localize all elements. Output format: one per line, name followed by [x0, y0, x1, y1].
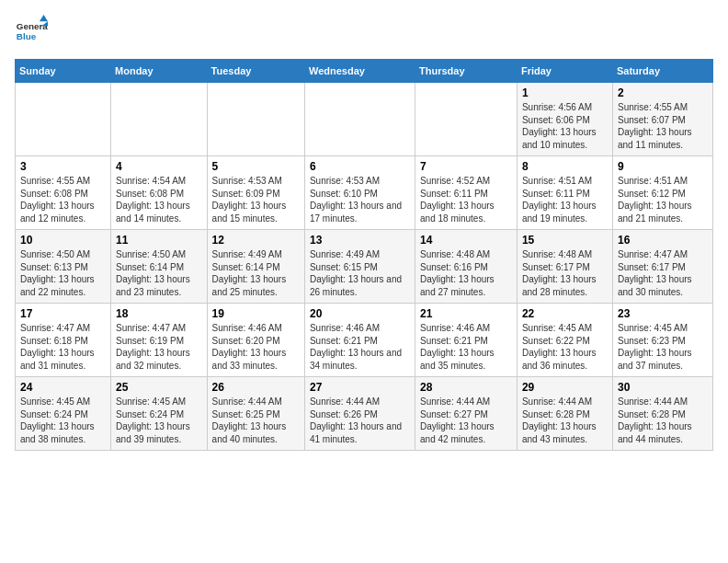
- day-info: Sunrise: 4:46 AM Sunset: 6:21 PM Dayligh…: [310, 322, 410, 372]
- day-info: Sunrise: 4:44 AM Sunset: 6:27 PM Dayligh…: [420, 396, 512, 445]
- day-number: 17: [20, 307, 106, 320]
- column-header-friday: Friday: [517, 60, 612, 83]
- day-cell: 27Sunrise: 4:44 AM Sunset: 6:26 PM Dayli…: [304, 377, 415, 451]
- day-number: 1: [522, 86, 608, 99]
- day-cell: 10Sunrise: 4:50 AM Sunset: 6:13 PM Dayli…: [16, 230, 111, 304]
- day-info: Sunrise: 4:56 AM Sunset: 6:06 PM Dayligh…: [522, 101, 608, 151]
- day-number: 8: [522, 160, 608, 173]
- day-cell: 2Sunrise: 4:55 AM Sunset: 6:07 PM Daylig…: [612, 83, 712, 156]
- day-info: Sunrise: 4:55 AM Sunset: 6:07 PM Dayligh…: [618, 101, 708, 151]
- day-number: 6: [310, 160, 410, 173]
- day-info: Sunrise: 4:55 AM Sunset: 6:08 PM Dayligh…: [20, 175, 106, 224]
- week-row-3: 10Sunrise: 4:50 AM Sunset: 6:13 PM Dayli…: [16, 230, 713, 304]
- day-number: 15: [522, 234, 608, 247]
- day-cell: [207, 83, 304, 156]
- day-info: Sunrise: 4:53 AM Sunset: 6:10 PM Dayligh…: [310, 175, 410, 224]
- week-row-5: 24Sunrise: 4:45 AM Sunset: 6:24 PM Dayli…: [16, 377, 713, 451]
- day-cell: 21Sunrise: 4:46 AM Sunset: 6:21 PM Dayli…: [415, 304, 518, 377]
- day-number: 4: [116, 160, 202, 173]
- day-info: Sunrise: 4:45 AM Sunset: 6:23 PM Dayligh…: [618, 322, 708, 372]
- day-cell: 14Sunrise: 4:48 AM Sunset: 6:16 PM Dayli…: [415, 230, 518, 304]
- day-info: Sunrise: 4:52 AM Sunset: 6:11 PM Dayligh…: [420, 175, 512, 224]
- logo: General Blue: [15, 15, 48, 48]
- day-info: Sunrise: 4:46 AM Sunset: 6:20 PM Dayligh…: [212, 322, 300, 372]
- day-cell: 25Sunrise: 4:45 AM Sunset: 6:24 PM Dayli…: [111, 377, 208, 451]
- day-cell: [304, 83, 415, 156]
- day-cell: 11Sunrise: 4:50 AM Sunset: 6:14 PM Dayli…: [111, 230, 208, 304]
- day-cell: 12Sunrise: 4:49 AM Sunset: 6:14 PM Dayli…: [207, 230, 304, 304]
- day-cell: 29Sunrise: 4:44 AM Sunset: 6:28 PM Dayli…: [517, 377, 612, 451]
- day-cell: 16Sunrise: 4:47 AM Sunset: 6:17 PM Dayli…: [612, 230, 712, 304]
- day-cell: 6Sunrise: 4:53 AM Sunset: 6:10 PM Daylig…: [304, 156, 415, 230]
- column-header-monday: Monday: [111, 60, 208, 83]
- day-number: 29: [522, 381, 608, 394]
- day-number: 18: [116, 307, 202, 320]
- column-header-saturday: Saturday: [612, 60, 712, 83]
- day-number: 13: [310, 234, 410, 247]
- day-info: Sunrise: 4:44 AM Sunset: 6:26 PM Dayligh…: [310, 396, 410, 445]
- logo-icon: General Blue: [15, 15, 48, 48]
- calendar-table: SundayMondayTuesdayWednesdayThursdayFrid…: [15, 59, 713, 451]
- day-cell: 1Sunrise: 4:56 AM Sunset: 6:06 PM Daylig…: [517, 83, 612, 156]
- day-cell: [16, 83, 111, 156]
- day-number: 14: [420, 234, 512, 247]
- day-info: Sunrise: 4:46 AM Sunset: 6:21 PM Dayligh…: [420, 322, 512, 372]
- day-cell: [111, 83, 208, 156]
- day-info: Sunrise: 4:45 AM Sunset: 6:22 PM Dayligh…: [522, 322, 608, 372]
- day-info: Sunrise: 4:45 AM Sunset: 6:24 PM Dayligh…: [20, 396, 106, 445]
- day-number: 27: [310, 381, 410, 394]
- day-cell: 17Sunrise: 4:47 AM Sunset: 6:18 PM Dayli…: [16, 304, 111, 377]
- day-number: 7: [420, 160, 512, 173]
- week-row-4: 17Sunrise: 4:47 AM Sunset: 6:18 PM Dayli…: [16, 304, 713, 377]
- day-cell: [415, 83, 518, 156]
- day-number: 26: [212, 381, 300, 394]
- week-row-2: 3Sunrise: 4:55 AM Sunset: 6:08 PM Daylig…: [16, 156, 713, 230]
- day-info: Sunrise: 4:44 AM Sunset: 6:28 PM Dayligh…: [618, 396, 708, 445]
- day-cell: 5Sunrise: 4:53 AM Sunset: 6:09 PM Daylig…: [207, 156, 304, 230]
- day-info: Sunrise: 4:51 AM Sunset: 6:11 PM Dayligh…: [522, 175, 608, 224]
- day-number: 9: [618, 160, 708, 173]
- day-number: 21: [420, 307, 512, 320]
- day-number: 12: [212, 234, 300, 247]
- day-info: Sunrise: 4:47 AM Sunset: 6:19 PM Dayligh…: [116, 322, 202, 372]
- column-header-wednesday: Wednesday: [304, 60, 415, 83]
- day-cell: 3Sunrise: 4:55 AM Sunset: 6:08 PM Daylig…: [16, 156, 111, 230]
- week-row-1: 1Sunrise: 4:56 AM Sunset: 6:06 PM Daylig…: [16, 83, 713, 156]
- day-number: 19: [212, 307, 300, 320]
- day-number: 25: [116, 381, 202, 394]
- day-info: Sunrise: 4:49 AM Sunset: 6:14 PM Dayligh…: [212, 248, 300, 298]
- day-info: Sunrise: 4:45 AM Sunset: 6:24 PM Dayligh…: [116, 396, 202, 445]
- day-info: Sunrise: 4:53 AM Sunset: 6:09 PM Dayligh…: [212, 175, 300, 224]
- day-info: Sunrise: 4:44 AM Sunset: 6:25 PM Dayligh…: [212, 396, 300, 445]
- day-info: Sunrise: 4:54 AM Sunset: 6:08 PM Dayligh…: [116, 175, 202, 224]
- column-header-tuesday: Tuesday: [207, 60, 304, 83]
- day-cell: 4Sunrise: 4:54 AM Sunset: 6:08 PM Daylig…: [111, 156, 208, 230]
- day-info: Sunrise: 4:47 AM Sunset: 6:18 PM Dayligh…: [20, 322, 106, 372]
- day-cell: 26Sunrise: 4:44 AM Sunset: 6:25 PM Dayli…: [207, 377, 304, 451]
- day-info: Sunrise: 4:50 AM Sunset: 6:13 PM Dayligh…: [20, 248, 106, 298]
- svg-text:General: General: [17, 21, 48, 31]
- day-number: 28: [420, 381, 512, 394]
- day-cell: 13Sunrise: 4:49 AM Sunset: 6:15 PM Dayli…: [304, 230, 415, 304]
- day-cell: 30Sunrise: 4:44 AM Sunset: 6:28 PM Dayli…: [612, 377, 712, 451]
- day-number: 3: [20, 160, 106, 173]
- day-info: Sunrise: 4:49 AM Sunset: 6:15 PM Dayligh…: [310, 248, 410, 298]
- day-info: Sunrise: 4:50 AM Sunset: 6:14 PM Dayligh…: [116, 248, 202, 298]
- header-row: SundayMondayTuesdayWednesdayThursdayFrid…: [16, 60, 713, 83]
- day-number: 30: [618, 381, 708, 394]
- day-cell: 20Sunrise: 4:46 AM Sunset: 6:21 PM Dayli…: [304, 304, 415, 377]
- day-number: 5: [212, 160, 300, 173]
- day-info: Sunrise: 4:47 AM Sunset: 6:17 PM Dayligh…: [618, 248, 708, 298]
- day-number: 24: [20, 381, 106, 394]
- day-cell: 22Sunrise: 4:45 AM Sunset: 6:22 PM Dayli…: [517, 304, 612, 377]
- day-number: 16: [618, 234, 708, 247]
- day-info: Sunrise: 4:48 AM Sunset: 6:17 PM Dayligh…: [522, 248, 608, 298]
- day-number: 23: [618, 307, 708, 320]
- day-cell: 15Sunrise: 4:48 AM Sunset: 6:17 PM Dayli…: [517, 230, 612, 304]
- svg-marker-2: [40, 15, 48, 21]
- day-info: Sunrise: 4:44 AM Sunset: 6:28 PM Dayligh…: [522, 396, 608, 445]
- day-number: 10: [20, 234, 106, 247]
- day-number: 22: [522, 307, 608, 320]
- day-number: 2: [618, 86, 708, 99]
- day-cell: 9Sunrise: 4:51 AM Sunset: 6:12 PM Daylig…: [612, 156, 712, 230]
